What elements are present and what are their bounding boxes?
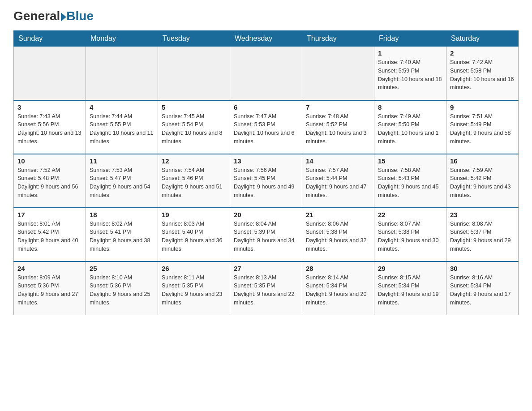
day-number: 12 bbox=[162, 157, 226, 165]
day-info: Sunrise: 7:58 AMSunset: 5:43 PMDaylight:… bbox=[378, 166, 442, 200]
day-info: Sunrise: 7:56 AMSunset: 5:45 PMDaylight:… bbox=[234, 166, 298, 200]
logo-blue-text: Blue bbox=[66, 9, 94, 23]
day-info: Sunrise: 8:09 AMSunset: 5:36 PMDaylight:… bbox=[17, 274, 82, 307]
day-number: 5 bbox=[162, 103, 226, 111]
calendar-day-cell: 24Sunrise: 8:09 AMSunset: 5:36 PMDayligh… bbox=[14, 261, 86, 315]
calendar-week-row: 17Sunrise: 8:01 AMSunset: 5:42 PMDayligh… bbox=[14, 208, 519, 261]
logo: General Blue bbox=[13, 9, 94, 23]
day-info: Sunrise: 8:16 AMSunset: 5:34 PMDaylight:… bbox=[450, 274, 515, 307]
calendar-day-cell: 17Sunrise: 8:01 AMSunset: 5:42 PMDayligh… bbox=[14, 208, 86, 261]
calendar-day-cell: 3Sunrise: 7:43 AMSunset: 5:56 PMDaylight… bbox=[14, 100, 86, 154]
day-number: 18 bbox=[90, 211, 154, 218]
calendar-day-cell: 21Sunrise: 8:06 AMSunset: 5:38 PMDayligh… bbox=[302, 208, 374, 261]
day-number: 2 bbox=[450, 49, 515, 57]
day-number: 27 bbox=[234, 265, 298, 272]
calendar-day-cell: 30Sunrise: 8:16 AMSunset: 5:34 PMDayligh… bbox=[446, 261, 519, 315]
calendar-day-cell: 5Sunrise: 7:45 AMSunset: 5:54 PMDaylight… bbox=[158, 100, 230, 154]
calendar-day-cell: 7Sunrise: 7:48 AMSunset: 5:52 PMDaylight… bbox=[302, 100, 374, 154]
calendar-day-cell: 26Sunrise: 8:11 AMSunset: 5:35 PMDayligh… bbox=[158, 261, 230, 315]
day-info: Sunrise: 8:15 AMSunset: 5:34 PMDaylight:… bbox=[378, 274, 442, 307]
day-info: Sunrise: 8:02 AMSunset: 5:41 PMDaylight:… bbox=[90, 220, 154, 253]
calendar-day-cell: 23Sunrise: 8:08 AMSunset: 5:37 PMDayligh… bbox=[446, 208, 519, 261]
calendar-day-cell: 2Sunrise: 7:42 AMSunset: 5:58 PMDaylight… bbox=[446, 47, 519, 100]
day-number: 26 bbox=[162, 265, 226, 272]
calendar-day-cell: 22Sunrise: 8:07 AMSunset: 5:38 PMDayligh… bbox=[374, 208, 446, 261]
calendar-week-row: 1Sunrise: 7:40 AMSunset: 5:59 PMDaylight… bbox=[14, 47, 519, 100]
weekday-header-friday: Friday bbox=[374, 31, 446, 47]
day-info: Sunrise: 7:51 AMSunset: 5:49 PMDaylight:… bbox=[450, 112, 515, 146]
day-info: Sunrise: 7:57 AMSunset: 5:44 PMDaylight:… bbox=[306, 166, 370, 200]
calendar-day-cell: 13Sunrise: 7:56 AMSunset: 5:45 PMDayligh… bbox=[230, 154, 302, 208]
calendar-day-cell: 8Sunrise: 7:49 AMSunset: 5:50 PMDaylight… bbox=[374, 100, 446, 154]
calendar-table: SundayMondayTuesdayWednesdayThursdayFrid… bbox=[13, 30, 519, 315]
weekday-header-saturday: Saturday bbox=[446, 31, 519, 47]
calendar-day-cell bbox=[14, 47, 86, 100]
day-info: Sunrise: 7:59 AMSunset: 5:42 PMDaylight:… bbox=[450, 166, 515, 200]
day-info: Sunrise: 7:44 AMSunset: 5:55 PMDaylight:… bbox=[90, 112, 154, 146]
weekday-header-monday: Monday bbox=[86, 31, 158, 47]
weekday-header-wednesday: Wednesday bbox=[230, 31, 302, 47]
day-number: 7 bbox=[306, 103, 370, 111]
calendar-day-cell bbox=[86, 47, 158, 100]
calendar-day-cell: 20Sunrise: 8:04 AMSunset: 5:39 PMDayligh… bbox=[230, 208, 302, 261]
day-info: Sunrise: 8:01 AMSunset: 5:42 PMDaylight:… bbox=[17, 220, 82, 253]
day-number: 23 bbox=[450, 211, 515, 218]
calendar-day-cell: 15Sunrise: 7:58 AMSunset: 5:43 PMDayligh… bbox=[374, 154, 446, 208]
day-info: Sunrise: 7:40 AMSunset: 5:59 PMDaylight:… bbox=[378, 58, 442, 92]
calendar-day-cell: 11Sunrise: 7:53 AMSunset: 5:47 PMDayligh… bbox=[86, 154, 158, 208]
calendar-body: 1Sunrise: 7:40 AMSunset: 5:59 PMDaylight… bbox=[14, 47, 519, 315]
calendar-week-row: 10Sunrise: 7:52 AMSunset: 5:48 PMDayligh… bbox=[14, 154, 519, 208]
calendar-day-cell: 18Sunrise: 8:02 AMSunset: 5:41 PMDayligh… bbox=[86, 208, 158, 261]
calendar-day-cell bbox=[230, 47, 302, 100]
day-number: 16 bbox=[450, 157, 515, 165]
calendar-day-cell: 4Sunrise: 7:44 AMSunset: 5:55 PMDaylight… bbox=[86, 100, 158, 154]
day-info: Sunrise: 7:48 AMSunset: 5:52 PMDaylight:… bbox=[306, 112, 370, 146]
day-info: Sunrise: 8:11 AMSunset: 5:35 PMDaylight:… bbox=[162, 274, 226, 307]
day-number: 19 bbox=[162, 211, 226, 218]
day-info: Sunrise: 8:07 AMSunset: 5:38 PMDaylight:… bbox=[378, 220, 442, 253]
day-number: 9 bbox=[450, 103, 515, 111]
calendar-day-cell: 1Sunrise: 7:40 AMSunset: 5:59 PMDaylight… bbox=[374, 47, 446, 100]
day-number: 8 bbox=[378, 103, 442, 111]
calendar-day-cell: 9Sunrise: 7:51 AMSunset: 5:49 PMDaylight… bbox=[446, 100, 519, 154]
day-info: Sunrise: 7:49 AMSunset: 5:50 PMDaylight:… bbox=[378, 112, 442, 146]
calendar-day-cell: 28Sunrise: 8:14 AMSunset: 5:34 PMDayligh… bbox=[302, 261, 374, 315]
day-info: Sunrise: 8:03 AMSunset: 5:40 PMDaylight:… bbox=[162, 220, 226, 253]
calendar-day-cell: 10Sunrise: 7:52 AMSunset: 5:48 PMDayligh… bbox=[14, 154, 86, 208]
day-number: 6 bbox=[234, 103, 298, 111]
day-number: 17 bbox=[17, 211, 82, 218]
day-info: Sunrise: 8:06 AMSunset: 5:38 PMDaylight:… bbox=[306, 220, 370, 253]
day-number: 21 bbox=[306, 211, 370, 218]
calendar-week-row: 24Sunrise: 8:09 AMSunset: 5:36 PMDayligh… bbox=[14, 261, 519, 315]
day-info: Sunrise: 7:47 AMSunset: 5:53 PMDaylight:… bbox=[234, 112, 298, 146]
day-number: 22 bbox=[378, 211, 442, 218]
calendar-day-cell: 25Sunrise: 8:10 AMSunset: 5:36 PMDayligh… bbox=[86, 261, 158, 315]
calendar-day-cell: 27Sunrise: 8:13 AMSunset: 5:35 PMDayligh… bbox=[230, 261, 302, 315]
logo-triangle-icon bbox=[61, 13, 66, 21]
day-number: 3 bbox=[17, 103, 82, 111]
weekday-header-sunday: Sunday bbox=[14, 31, 86, 47]
calendar-day-cell: 14Sunrise: 7:57 AMSunset: 5:44 PMDayligh… bbox=[302, 154, 374, 208]
day-info: Sunrise: 7:45 AMSunset: 5:54 PMDaylight:… bbox=[162, 112, 226, 146]
day-info: Sunrise: 8:14 AMSunset: 5:34 PMDaylight:… bbox=[306, 274, 370, 307]
calendar-day-cell bbox=[158, 47, 230, 100]
day-number: 15 bbox=[378, 157, 442, 165]
day-number: 4 bbox=[90, 103, 154, 111]
day-number: 11 bbox=[90, 157, 154, 165]
day-info: Sunrise: 8:13 AMSunset: 5:35 PMDaylight:… bbox=[234, 274, 298, 307]
day-number: 14 bbox=[306, 157, 370, 165]
calendar-day-cell: 29Sunrise: 8:15 AMSunset: 5:34 PMDayligh… bbox=[374, 261, 446, 315]
day-info: Sunrise: 7:54 AMSunset: 5:46 PMDaylight:… bbox=[162, 166, 226, 200]
day-number: 13 bbox=[234, 157, 298, 165]
day-number: 10 bbox=[17, 157, 82, 165]
day-number: 1 bbox=[378, 49, 442, 57]
calendar-day-cell: 19Sunrise: 8:03 AMSunset: 5:40 PMDayligh… bbox=[158, 208, 230, 261]
day-number: 29 bbox=[378, 265, 442, 272]
day-number: 28 bbox=[306, 265, 370, 272]
calendar-day-cell: 16Sunrise: 7:59 AMSunset: 5:42 PMDayligh… bbox=[446, 154, 519, 208]
calendar-header-row: SundayMondayTuesdayWednesdayThursdayFrid… bbox=[14, 31, 519, 47]
day-info: Sunrise: 8:08 AMSunset: 5:37 PMDaylight:… bbox=[450, 220, 515, 253]
day-info: Sunrise: 8:10 AMSunset: 5:36 PMDaylight:… bbox=[90, 274, 154, 307]
calendar-day-cell bbox=[302, 47, 374, 100]
calendar-day-cell: 6Sunrise: 7:47 AMSunset: 5:53 PMDaylight… bbox=[230, 100, 302, 154]
